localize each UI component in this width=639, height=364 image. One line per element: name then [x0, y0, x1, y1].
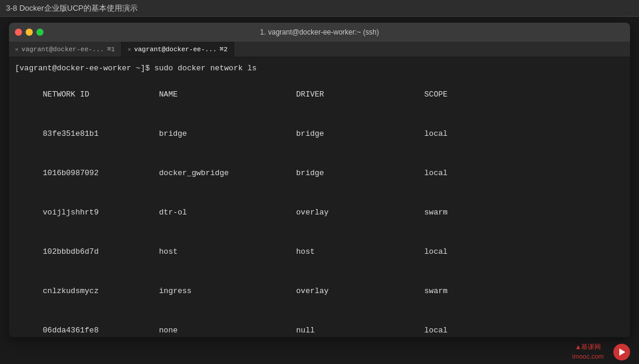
table-row: cnlzkudsmyczingressoverlayswarm — [15, 272, 624, 311]
terminal-content[interactable]: [vagrant@docker-ee-worker ~]$ sudo docke… — [9, 57, 630, 337]
tab-1-label: vagrant@docker-ee-... — [21, 46, 104, 53]
play-button[interactable] — [613, 344, 630, 360]
top-bar-title: 3-8 Docker企业版UCP的基本使用演示 — [6, 3, 138, 14]
tab-close-icon-2[interactable]: ✕ — [128, 46, 131, 53]
site-label-line2: imooc.com — [572, 352, 604, 361]
terminal-titlebar: 1. vagrant@docker-ee-worker:~ (ssh) — [9, 23, 630, 42]
table-row: 06dda4361fe8nonenulllocal — [15, 311, 624, 337]
tab-1[interactable]: ✕ vagrant@docker-ee-... ⌘1 — [9, 42, 122, 57]
tab-2[interactable]: ✕ vagrant@docker-ee-... ⌘2 — [122, 42, 234, 57]
site-label-line1: ▲慕课网 — [572, 343, 604, 351]
tab-2-label: vagrant@docker-ee-... — [134, 46, 217, 53]
tab-2-shortcut: ⌘2 — [220, 45, 228, 53]
maximize-button[interactable] — [36, 29, 44, 36]
table-row: 83fe351e81b1bridgebridgelocal — [15, 114, 624, 154]
bottom-right-area: ▲慕课网 imooc.com — [572, 343, 630, 361]
table-row: voijljshhrt9dtr-oloverlayswarm — [15, 193, 624, 232]
play-icon — [619, 349, 625, 356]
terminal-window: 1. vagrant@docker-ee-worker:~ (ssh) ✕ va… — [9, 23, 630, 337]
line-header-1: NETWORK IDNAMEDRIVERSCOPE — [15, 75, 624, 114]
table-row: 102bbbdb6d7dhosthostlocal — [15, 232, 624, 272]
tab-close-icon-1[interactable]: ✕ — [15, 46, 18, 53]
line-prompt-cmd-1: [vagrant@docker-ee-worker ~]$ sudo docke… — [15, 62, 624, 75]
close-button[interactable] — [15, 29, 22, 36]
top-bar: 3-8 Docker企业版UCP的基本使用演示 — [0, 0, 639, 17]
minimize-button[interactable] — [26, 29, 33, 36]
site-watermark: ▲慕课网 imooc.com — [572, 343, 604, 361]
traffic-lights — [15, 29, 44, 36]
table-row: 1016b0987092docker_gwbridgebridgelocal — [15, 154, 624, 193]
terminal-title: 1. vagrant@docker-ee-worker:~ (ssh) — [260, 28, 379, 36]
terminal-tabs: ✕ vagrant@docker-ee-... ⌘1 ✕ vagrant@doc… — [9, 42, 630, 57]
tab-1-shortcut: ⌘1 — [107, 45, 115, 53]
